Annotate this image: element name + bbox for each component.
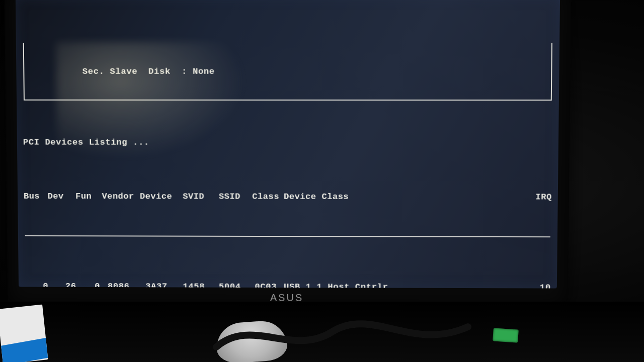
cell-bus: 0 bbox=[25, 281, 49, 289]
cell-ssid: 5004 bbox=[212, 282, 248, 289]
monitor-frame: Sec. Slave Disk : None PCI Devices Listi… bbox=[5, 0, 572, 307]
drive-detection-box: Sec. Slave Disk : None bbox=[23, 43, 552, 101]
col-svid: SVID bbox=[176, 192, 212, 203]
cell-dclass: USB 1.1 Host Cntrlr bbox=[284, 282, 521, 288]
col-device-class: Device Class bbox=[284, 192, 522, 203]
col-dev: Dev bbox=[47, 191, 75, 202]
cardboard-box bbox=[0, 305, 48, 362]
pci-listing-title: PCI Devices Listing ... bbox=[23, 137, 552, 148]
cable-tangle bbox=[211, 312, 473, 357]
cell-cls: 0C03 bbox=[248, 282, 284, 288]
pci-header-row: Bus Dev Fun Vendor Device SVID SSID Clas… bbox=[24, 191, 552, 203]
col-irq: IRQ bbox=[521, 192, 551, 203]
bios-post-screen: Sec. Slave Disk : None PCI Devices Listi… bbox=[16, 0, 560, 289]
col-bus: Bus bbox=[24, 191, 48, 202]
cell-device: 3A37 bbox=[137, 282, 176, 289]
pci-device-table: 026080863A37145850040C03USB 1.1 Host Cnt… bbox=[25, 281, 551, 289]
cell-irq: 10 bbox=[521, 283, 551, 289]
table-row: 026080863A37145850040C03USB 1.1 Host Cnt… bbox=[25, 281, 551, 289]
col-class: Class bbox=[248, 192, 284, 203]
col-fun: Fun bbox=[75, 191, 100, 202]
col-device: Device bbox=[136, 192, 176, 203]
vga-connector bbox=[493, 328, 519, 342]
drive-value: None bbox=[193, 66, 215, 76]
cell-svid: 1458 bbox=[176, 282, 212, 289]
col-vendor: Vendor bbox=[100, 192, 137, 203]
cell-vendor: 8086 bbox=[100, 281, 137, 288]
cell-dev: 26 bbox=[48, 281, 76, 288]
header-divider bbox=[25, 235, 550, 237]
col-ssid: SSID bbox=[211, 192, 248, 203]
drive-label: Sec. Slave Disk : bbox=[83, 66, 187, 76]
cell-fun: 0 bbox=[76, 281, 101, 288]
